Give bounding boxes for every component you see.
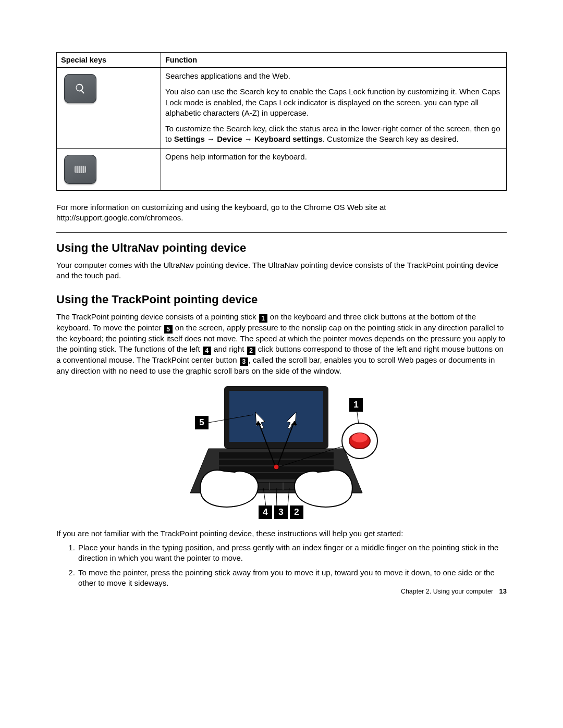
footer-chapter: Chapter 2. Using your computer (401, 588, 493, 595)
search-desc-p3: To customize the Search key, click the s… (165, 124, 502, 145)
help-key-desc: Opens help information for the keyboard. (161, 148, 507, 190)
search-key-cell (57, 68, 161, 149)
help-key-icon (64, 155, 96, 184)
ultranav-paragraph: Your computer comes with the UltraNav po… (56, 260, 507, 281)
callout-4: 4 (259, 505, 272, 519)
search-key-desc: Searches applications and the Web. You a… (161, 68, 507, 149)
tp-text-d: and right (212, 344, 247, 353)
inline-callout-5: 5 (164, 325, 173, 334)
table-row: Opens help information for the keyboard. (57, 148, 507, 190)
step-2: To move the pointer, press the pointing … (77, 567, 507, 589)
step-1: Place your hands in the typing position,… (77, 542, 507, 564)
callout-5: 5 (195, 416, 209, 429)
trackpoint-illustration: 1 5 4 3 2 (56, 384, 507, 519)
settings-path: Settings → Device → Keyboard settings (174, 134, 323, 143)
search-desc-p2: You also can use the Search key to enabl… (165, 87, 502, 118)
help-desc-text: Opens help information for the keyboard. (165, 152, 502, 181)
heading-trackpoint: Using the TrackPoint pointing device (56, 293, 507, 306)
search-desc-p3c: . Customize the Search key as desired. (323, 134, 459, 143)
getting-started-steps: Place your hands in the typing position,… (56, 542, 507, 589)
search-key-icon (64, 74, 96, 103)
heading-ultranav: Using the UltraNav pointing device (56, 241, 507, 255)
col-header-function: Function (161, 53, 507, 68)
callout-2: 2 (290, 505, 303, 519)
inline-callout-4: 4 (203, 347, 211, 355)
svg-line-22 (357, 412, 359, 424)
col-header-keys: Special keys (57, 53, 161, 68)
tp-text-a: The TrackPoint pointing device consists … (56, 312, 259, 321)
section-divider (56, 232, 507, 233)
search-desc-p1: Searches applications and the Web. (165, 71, 502, 81)
special-keys-table: Special keys Function Searches applicati… (56, 52, 507, 191)
more-info-paragraph: For more information on customizing and … (56, 202, 507, 224)
footer-page-number: 13 (499, 587, 507, 595)
page-footer: Chapter 2. Using your computer 13 (401, 587, 507, 595)
getting-started-paragraph: If you are not familiar with the TrackPo… (56, 528, 507, 539)
svg-point-6 (274, 464, 279, 470)
magnifier-icon (75, 83, 86, 94)
inline-callout-3: 3 (240, 357, 248, 366)
table-header-row: Special keys Function (57, 53, 507, 68)
callout-1: 1 (349, 398, 363, 412)
svg-point-16 (352, 433, 368, 442)
keyboard-help-icon (75, 166, 86, 173)
inline-callout-2: 2 (247, 347, 255, 355)
callout-3: 3 (274, 505, 288, 519)
inline-callout-1: 1 (259, 314, 267, 323)
trackpoint-paragraph: The TrackPoint pointing device consists … (56, 312, 507, 377)
table-row: Searches applications and the Web. You a… (57, 68, 507, 149)
help-key-cell (57, 148, 161, 190)
document-page: Special keys Function Searches applicati… (0, 0, 563, 624)
